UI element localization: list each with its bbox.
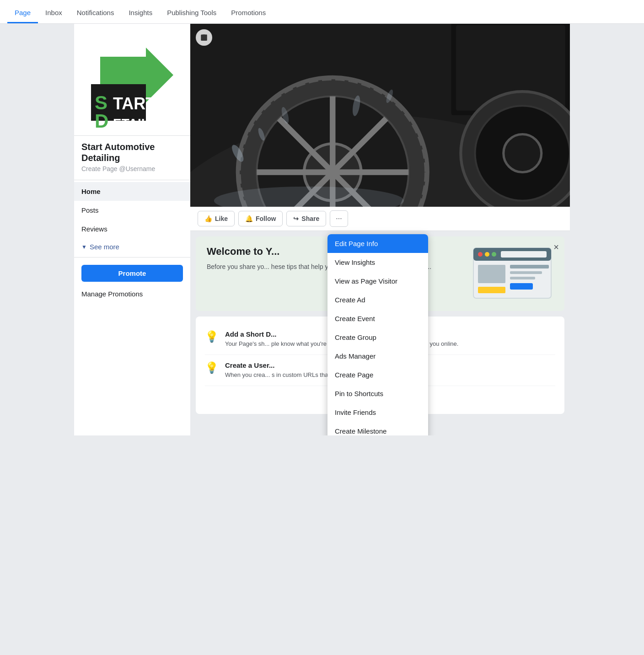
- tip-icon-2: 💡: [205, 361, 219, 374]
- sidebar: S TART D ETAILING Start Automotive Detai…: [74, 24, 190, 435]
- svg-text:ETAILING: ETAILING: [113, 116, 172, 130]
- svg-text:D: D: [95, 110, 108, 130]
- sidebar-item-home[interactable]: Home: [74, 182, 190, 201]
- follow-label: Follow: [256, 215, 276, 222]
- dropdown-item-invite-friends[interactable]: Invite Friends: [327, 403, 428, 422]
- sidebar-item-reviews[interactable]: Reviews: [74, 220, 190, 238]
- dropdown-item-ads-manager[interactable]: Ads Manager: [327, 347, 428, 365]
- dropdown-menu: Edit Page Info View Insights View as Pag…: [327, 234, 428, 435]
- logo-svg: S TART D ETAILING: [82, 29, 182, 130]
- page-username[interactable]: Create Page @Username: [74, 165, 190, 178]
- nav-item-insights[interactable]: Insights: [121, 2, 160, 23]
- nav-item-notifications[interactable]: Notifications: [70, 2, 122, 23]
- sidebar-item-posts[interactable]: Posts: [74, 201, 190, 220]
- see-more-link[interactable]: ▼ See more: [74, 238, 190, 255]
- dropdown-item-edit-page-info[interactable]: Edit Page Info: [327, 234, 428, 253]
- svg-point-34: [492, 252, 496, 257]
- sidebar-divider-2: [74, 257, 190, 258]
- dropdown-item-view-as-page-visitor[interactable]: View as Page Visitor: [327, 272, 428, 290]
- see-more-label: See more: [90, 243, 119, 251]
- follow-button[interactable]: 🔔 Follow: [238, 211, 283, 226]
- profile-logo: S TART D ETAILING: [82, 29, 182, 130]
- action-bar: 👍 Like 🔔 Follow ↪ Share ··· Edit Page In…: [190, 207, 570, 231]
- svg-rect-39: [510, 277, 535, 279]
- tip-icon-1: 💡: [205, 330, 219, 343]
- svg-rect-36: [478, 265, 505, 283]
- welcome-close-button[interactable]: ×: [553, 242, 559, 252]
- page-name: Start Automotive Detailing: [74, 136, 190, 165]
- page-layout: S TART D ETAILING Start Automotive Detai…: [74, 24, 570, 435]
- dropdown-item-view-insights[interactable]: View Insights: [327, 253, 428, 272]
- camera-svg: [200, 33, 208, 42]
- svg-rect-38: [510, 271, 542, 274]
- car-cover-image: [190, 24, 570, 207]
- main-content: 👍 Like 🔔 Follow ↪ Share ··· Edit Page In…: [190, 24, 570, 435]
- share-button[interactable]: ↪ Share: [286, 211, 326, 226]
- welcome-illustration: [471, 246, 553, 302]
- svg-point-33: [485, 252, 489, 257]
- svg-rect-41: [478, 287, 505, 293]
- svg-rect-37: [510, 265, 549, 268]
- more-options-button[interactable]: ···: [330, 210, 348, 227]
- svg-point-32: [478, 252, 483, 257]
- cover-photo: [190, 24, 570, 207]
- dropdown-item-create-page[interactable]: Create Page: [327, 365, 428, 384]
- svg-rect-35: [501, 251, 547, 258]
- dropdown-item-create-milestone[interactable]: Create Milestone: [327, 422, 428, 435]
- profile-picture-area: S TART D ETAILING: [74, 24, 190, 136]
- cover-illustration: [190, 24, 570, 207]
- dropdown-item-create-event[interactable]: Create Event: [327, 309, 428, 328]
- nav-item-promotions[interactable]: Promotions: [224, 2, 273, 23]
- svg-point-29: [504, 134, 542, 172]
- dropdown-item-create-group[interactable]: Create Group: [327, 328, 428, 347]
- nav-item-publishing-tools[interactable]: Publishing Tools: [160, 2, 224, 23]
- like-label: Like: [215, 215, 228, 222]
- like-button[interactable]: 👍 Like: [198, 211, 235, 226]
- sidebar-divider-1: [74, 180, 190, 180]
- follow-icon: 🔔: [245, 215, 253, 222]
- nav-item-page[interactable]: Page: [7, 2, 38, 23]
- dropdown-item-pin-to-shortcuts[interactable]: Pin to Shortcuts: [327, 384, 428, 403]
- dropdown-item-create-ad[interactable]: Create Ad: [327, 290, 428, 309]
- manage-promotions-link[interactable]: Manage Promotions: [74, 285, 190, 302]
- nav-item-inbox[interactable]: Inbox: [38, 2, 70, 23]
- svg-text:TART: TART: [113, 94, 156, 113]
- promote-button[interactable]: Promote: [81, 265, 183, 282]
- chevron-down-icon: ▼: [81, 244, 87, 250]
- share-label: Share: [301, 215, 319, 222]
- like-icon: 👍: [204, 215, 212, 222]
- top-navigation: Page Inbox Notifications Insights Publis…: [0, 0, 644, 24]
- cover-camera-icon[interactable]: [196, 29, 212, 46]
- illustration-svg: [471, 246, 553, 301]
- share-icon: ↪: [293, 215, 299, 222]
- svg-rect-40: [510, 283, 533, 290]
